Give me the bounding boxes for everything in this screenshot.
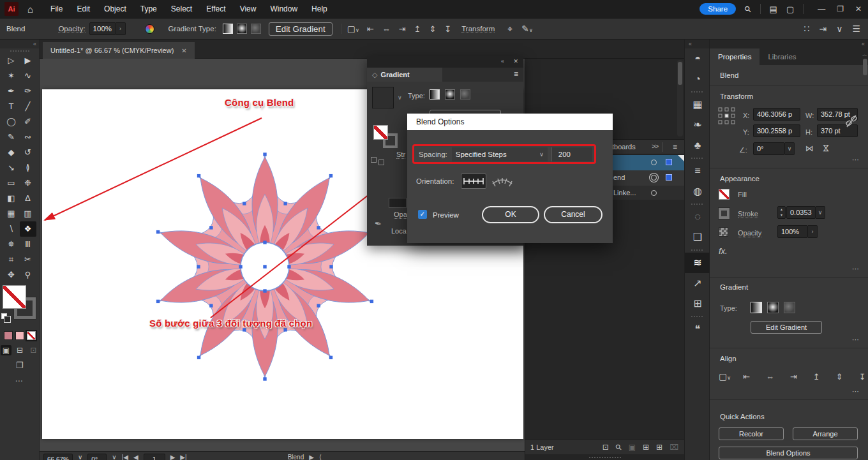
appearance-icon[interactable]: ◌ xyxy=(685,207,710,227)
color-guide-icon[interactable]: ◔ xyxy=(685,69,710,89)
dock-grip[interactable] xyxy=(691,91,703,93)
symbol-sprayer-tool[interactable]: ✵ xyxy=(3,237,20,252)
isolate-icon[interactable]: ⌖ xyxy=(507,24,513,34)
type-tool[interactable]: T xyxy=(3,99,20,114)
slice-tool[interactable]: ✂ xyxy=(20,252,36,267)
x-field[interactable]: 406.3056 p xyxy=(753,108,800,121)
gradient-annotations-icon[interactable] xyxy=(378,160,384,165)
shape-builder-tool[interactable]: ◧ xyxy=(3,191,20,206)
blend-flower-artwork[interactable] xyxy=(137,139,393,394)
minimize-icon[interactable]: — xyxy=(818,4,825,13)
lasso-tool[interactable]: ∿ xyxy=(20,68,36,84)
eraser-tool[interactable]: ◆ xyxy=(3,145,20,160)
artboard-tool[interactable]: ⌗ xyxy=(3,252,20,267)
menu-object[interactable]: Object xyxy=(97,0,133,18)
chevron-down-icon[interactable]: ∨ xyxy=(112,454,116,460)
graphic-styles-icon[interactable]: ❏ xyxy=(685,227,710,248)
align-center-v-icon[interactable]: ⇕ xyxy=(836,372,843,382)
menu-type[interactable]: Type xyxy=(133,0,164,18)
gradient-preview-swatch[interactable] xyxy=(372,87,394,108)
artboard-number[interactable]: 1 xyxy=(144,454,165,460)
freeform-gradient-swatch[interactable] xyxy=(460,89,470,100)
stroke-label[interactable]: Stroke xyxy=(738,210,758,218)
scroll-up-icon[interactable]: ︿ xyxy=(862,51,867,58)
stroke-label[interactable]: Str xyxy=(396,151,405,159)
linear-gradient-swatch[interactable] xyxy=(223,24,233,34)
swatches-icon[interactable]: ▦ xyxy=(685,94,710,115)
edit-gradient-button[interactable]: Edit Gradient xyxy=(269,22,333,36)
blend-options-button[interactable]: Blend Options xyxy=(719,447,858,459)
rotation-value[interactable]: 0° xyxy=(87,454,107,460)
ellipse-tool[interactable]: ◯ xyxy=(3,114,20,130)
dock-panels-icon[interactable]: ⇥ xyxy=(819,24,827,34)
align-top-icon[interactable]: ↥ xyxy=(813,372,820,382)
stroke-swatch[interactable] xyxy=(719,208,730,219)
restore-icon[interactable]: ❐ xyxy=(837,4,844,13)
column-graph-tool[interactable]: Ⅲ xyxy=(20,237,36,252)
hand-tool[interactable]: ✥ xyxy=(3,267,20,283)
collapse-dock-icon[interactable]: « xyxy=(685,40,709,48)
linear-gradient-swatch[interactable] xyxy=(751,302,762,313)
clipping-mask-icon[interactable]: ▣ xyxy=(629,443,636,452)
dock-grip[interactable] xyxy=(691,158,703,159)
flip-horizontal-icon[interactable]: ⋈ xyxy=(805,144,814,153)
export-icon[interactable]: ↗ xyxy=(685,273,710,293)
next-artboard-icon[interactable]: ▶ xyxy=(170,454,176,460)
menu-file[interactable]: File xyxy=(43,0,70,18)
more-options-icon[interactable]: ⋯ xyxy=(852,336,860,344)
panel-menu-icon[interactable]: ≡ xyxy=(673,142,677,151)
selection-indicator[interactable] xyxy=(666,159,672,165)
list-icon[interactable]: ☰ xyxy=(852,24,860,34)
collapse-tools-icon[interactable]: « xyxy=(0,40,39,48)
recolor-button[interactable]: Recolor xyxy=(719,427,784,440)
opacity-chevron-icon[interactable]: › xyxy=(808,225,818,238)
eyedropper-tool[interactable]: ∖ xyxy=(3,221,20,237)
align-to-icon[interactable]: ▢∨ xyxy=(347,24,359,34)
radial-gradient-swatch[interactable] xyxy=(445,89,455,100)
transform-button[interactable]: Transform xyxy=(461,25,495,33)
status-play-icon[interactable]: ▶ xyxy=(309,454,314,460)
opacity-chevron-icon[interactable]: › xyxy=(116,22,126,35)
menu-view[interactable]: View xyxy=(233,0,264,18)
scale-tool[interactable]: ↘ xyxy=(3,160,20,175)
new-sublayer-icon[interactable]: ⊞ xyxy=(643,443,649,452)
menu-edit[interactable]: Edit xyxy=(70,0,97,18)
magic-wand-tool[interactable]: ✶ xyxy=(3,68,20,84)
artboards-tab[interactable]: tboards xyxy=(612,143,636,151)
freeform-gradient-swatch[interactable] xyxy=(251,24,261,34)
stroke-stepper[interactable]: ▴▾ xyxy=(777,206,786,219)
linear-gradient-swatch[interactable] xyxy=(430,89,440,100)
chevron-down-icon[interactable]: ∨ xyxy=(398,94,402,101)
reverse-gradient-icon[interactable] xyxy=(371,157,377,163)
spacing-select[interactable]: Specified Steps ∨ xyxy=(452,147,548,161)
target-icon[interactable] xyxy=(651,175,657,181)
opacity-icon[interactable] xyxy=(719,227,728,237)
color-icon[interactable]: ◓ xyxy=(685,48,710,69)
panel-grip[interactable] xyxy=(10,50,29,52)
dialog-title[interactable]: Blend Options xyxy=(407,114,613,130)
symbols-icon[interactable]: ♣ xyxy=(685,135,710,156)
freeform-gradient-swatch[interactable] xyxy=(784,302,795,313)
delete-icon[interactable]: ⌧ xyxy=(670,443,678,452)
zoom-level[interactable]: 66.67% xyxy=(43,454,73,460)
align-left-icon[interactable]: ⇤ xyxy=(743,372,750,382)
gradient-panel-tab[interactable]: ◇Gradient xyxy=(367,68,442,82)
puppet-warp-tool[interactable]: ❉ xyxy=(20,175,36,191)
workspace-grid-icon[interactable]: ∷ xyxy=(804,24,810,34)
brushes-icon[interactable]: ❧ xyxy=(685,115,710,135)
stroke-chevron-icon[interactable]: ∨ xyxy=(816,206,825,219)
steps-field[interactable]: 200 xyxy=(551,147,592,161)
tab-properties[interactable]: Properties xyxy=(710,48,760,65)
menu-select[interactable]: Select xyxy=(164,0,199,18)
transparency-icon[interactable]: ◍ xyxy=(685,181,710,202)
opacity-label[interactable]: Opacity xyxy=(738,229,761,237)
free-transform-tool[interactable]: ▭ xyxy=(3,175,20,191)
locate-object-icon[interactable]: ⚲ xyxy=(613,441,624,452)
scrollbar-thumb[interactable] xyxy=(678,62,682,85)
asset-export-icon[interactable]: ⊞ xyxy=(685,293,710,314)
comments-icon[interactable]: ❝ xyxy=(685,319,710,339)
unlink-dimensions-icon[interactable] xyxy=(845,114,858,128)
tab-libraries[interactable]: Libraries xyxy=(760,48,804,65)
align-center-h-icon[interactable]: ⇔ xyxy=(766,372,774,382)
align-to-icon[interactable]: ▢∨ xyxy=(719,371,731,382)
